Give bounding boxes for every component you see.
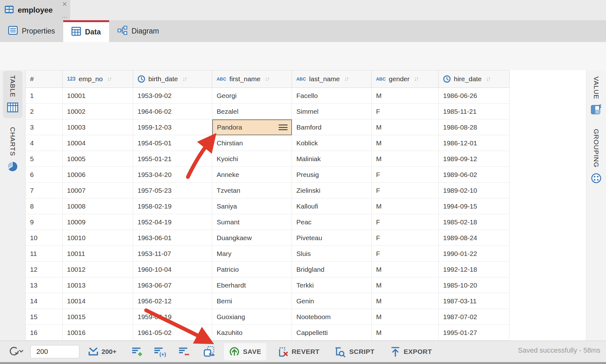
table-cell[interactable]: Koblick: [292, 135, 372, 151]
table-cell[interactable]: 1985-02-18: [439, 214, 510, 230]
table-cell[interactable]: 1963-06-07: [133, 277, 212, 293]
table-cell[interactable]: Bamford: [292, 119, 372, 135]
delete-row-button[interactable]: [178, 346, 190, 357]
tab-properties[interactable]: Properties: [0, 20, 63, 42]
table-cell[interactable]: 10015: [63, 309, 133, 325]
table-cell[interactable]: 10012: [63, 262, 133, 277]
rail-item-table[interactable]: TABLE: [3, 71, 22, 118]
table-cell[interactable]: Saniya: [212, 198, 292, 214]
sort-icon[interactable]: ↓↑: [486, 76, 490, 82]
column-header-last_name[interactable]: ABClast_name↓↑: [292, 70, 372, 88]
row-number-cell[interactable]: 14: [26, 293, 63, 309]
table-cell[interactable]: 10007: [63, 183, 133, 198]
table-cell[interactable]: F: [372, 246, 439, 262]
table-cell[interactable]: 10009: [63, 214, 133, 230]
table-cell[interactable]: M: [372, 293, 439, 309]
table-cell[interactable]: Kazuhito: [212, 325, 292, 341]
tab-data[interactable]: Data: [63, 20, 109, 42]
table-cell[interactable]: 1956-02-12: [133, 293, 212, 309]
table-cell[interactable]: 10006: [63, 167, 133, 183]
table-cell[interactable]: Eberhardt: [212, 277, 292, 293]
table-cell[interactable]: M: [372, 325, 439, 341]
table-cell[interactable]: 1985-11-21: [439, 104, 510, 119]
table-cell[interactable]: 10013: [63, 277, 133, 293]
row-number-cell[interactable]: 4: [26, 135, 63, 151]
table-cell[interactable]: 1994-09-15: [439, 198, 510, 214]
table-cell[interactable]: Preusig: [292, 167, 372, 183]
table-cell[interactable]: 1957-05-23: [133, 183, 212, 198]
table-cell[interactable]: Facello: [292, 88, 372, 104]
sort-icon[interactable]: ↓↑: [107, 76, 111, 82]
row-number-cell[interactable]: 13: [26, 277, 63, 293]
column-header-rownum[interactable]: #: [26, 70, 63, 88]
row-number-cell[interactable]: 10: [26, 230, 63, 246]
table-cell[interactable]: Sluis: [292, 246, 372, 262]
row-number-cell[interactable]: 2: [26, 104, 63, 119]
table-cell[interactable]: Duangkaew: [212, 230, 292, 246]
row-number-cell[interactable]: 3: [26, 119, 63, 135]
table-cell[interactable]: Kalloufi: [292, 198, 372, 214]
table-cell[interactable]: 1986-08-28: [439, 119, 510, 135]
more-options-icon[interactable]: …: [61, 12, 68, 19]
row-number-cell[interactable]: 1: [26, 88, 63, 104]
save-button[interactable]: SAVE: [224, 343, 266, 360]
table-cell[interactable]: 10014: [63, 293, 133, 309]
table-cell[interactable]: Tzvetan: [212, 183, 292, 198]
rail-item-charts[interactable]: CHARTS: [3, 123, 22, 178]
table-cell[interactable]: Simmel: [292, 104, 372, 119]
table-cell[interactable]: 10016: [63, 325, 133, 341]
table-cell[interactable]: Genin: [292, 293, 372, 309]
table-cell[interactable]: Mary: [212, 246, 292, 262]
row-number-cell[interactable]: 8: [26, 198, 63, 214]
table-cell[interactable]: 1953-09-02: [133, 88, 212, 104]
column-header-emp_no[interactable]: 123emp_no↓↑: [63, 70, 133, 88]
table-cell[interactable]: Kyoichi: [212, 151, 292, 167]
table-cell[interactable]: 1953-11-07: [133, 246, 212, 262]
table-cell[interactable]: M: [372, 309, 439, 325]
table-cell[interactable]: 1985-10-20: [439, 277, 510, 293]
table-cell[interactable]: Piveteau: [292, 230, 372, 246]
table-cell[interactable]: 10003: [63, 119, 133, 135]
fetch-next-page-button[interactable]: 200+: [88, 346, 116, 357]
row-number-cell[interactable]: 5: [26, 151, 63, 167]
rail-item-value[interactable]: VALUE: [586, 72, 606, 120]
table-cell[interactable]: 1955-01-21: [133, 151, 212, 167]
row-number-cell[interactable]: 6: [26, 167, 63, 183]
table-cell[interactable]: F: [372, 214, 439, 230]
refresh-cell-value-button[interactable]: [203, 346, 216, 357]
table-cell[interactable]: 1960-10-04: [133, 262, 212, 277]
table-cell[interactable]: 1953-04-20: [133, 167, 212, 183]
row-limit-input[interactable]: [30, 345, 79, 358]
table-cell[interactable]: 1954-05-01: [133, 135, 212, 151]
table-cell[interactable]: M: [372, 88, 439, 104]
table-cell[interactable]: 1989-02-10: [439, 183, 510, 198]
table-cell[interactable]: M: [372, 151, 439, 167]
table-cell[interactable]: F: [372, 230, 439, 246]
row-number-cell[interactable]: 9: [26, 214, 63, 230]
table-cell[interactable]: 1989-09-12: [439, 151, 510, 167]
rail-item-grouping[interactable]: GROUPING: [586, 124, 606, 189]
table-cell[interactable]: 10005: [63, 151, 133, 167]
table-cell[interactable]: Zielinski: [292, 183, 372, 198]
table-cell[interactable]: 1961-05-02: [133, 325, 212, 341]
table-cell[interactable]: F: [372, 167, 439, 183]
table-cell[interactable]: 10008: [63, 198, 133, 214]
table-cell[interactable]: M: [372, 277, 439, 293]
table-cell[interactable]: Nooteboom: [292, 309, 372, 325]
table-cell[interactable]: 1992-12-18: [439, 262, 510, 277]
table-cell[interactable]: 1989-06-02: [439, 167, 510, 183]
table-cell[interactable]: 1995-01-27: [439, 325, 510, 341]
row-number-cell[interactable]: 16: [26, 325, 63, 341]
table-cell[interactable]: Bezalel: [212, 104, 292, 119]
column-header-hire_date[interactable]: hire_date↓↑: [439, 70, 510, 88]
table-cell[interactable]: M: [372, 119, 439, 135]
sort-icon[interactable]: ↓↑: [414, 76, 418, 82]
column-header-first_name[interactable]: ABCfirst_name↓↑: [212, 70, 292, 88]
column-header-birth_date[interactable]: birth_date↓↑: [133, 70, 212, 88]
table-cell[interactable]: 1958-02-19: [133, 198, 212, 214]
editor-tab-employee[interactable]: employee: [0, 0, 70, 20]
row-number-cell[interactable]: 15: [26, 309, 63, 325]
table-cell[interactable]: Sumant: [212, 214, 292, 230]
table-cell[interactable]: Maliniak: [292, 151, 372, 167]
row-number-cell[interactable]: 12: [26, 262, 63, 277]
